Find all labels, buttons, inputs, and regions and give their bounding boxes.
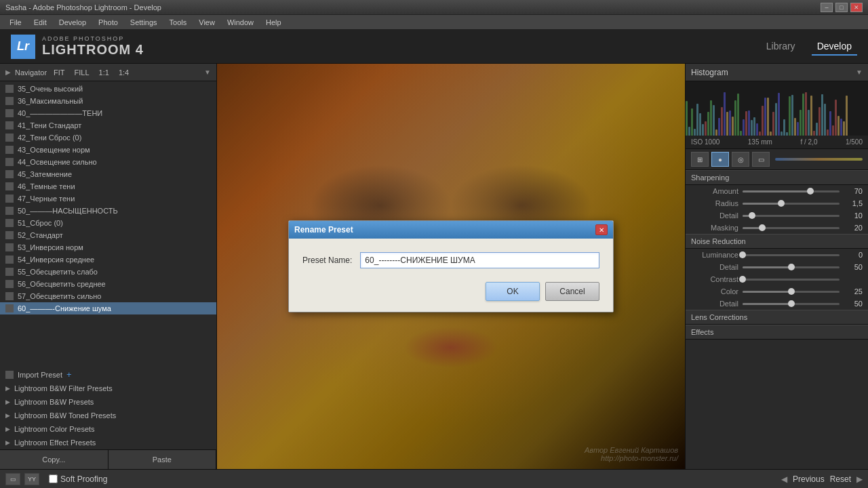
color-detail-track[interactable] (743, 303, 840, 305)
crop-tool[interactable]: ⊞ (691, 152, 709, 167)
preset-item[interactable]: 54_Инверсия среднее (0, 253, 216, 266)
tab-develop[interactable]: Develop (812, 38, 857, 56)
color-detail-thumb[interactable] (788, 300, 795, 307)
preset-icon (5, 146, 14, 154)
contrast-thumb[interactable] (739, 276, 746, 283)
preset-icon (5, 195, 14, 203)
preset-group[interactable]: ▶Lightroom B&W Presets (0, 395, 216, 409)
preset-icon (5, 231, 14, 239)
detail-thumb[interactable] (749, 212, 755, 219)
nr-detail-thumb[interactable] (788, 264, 795, 270)
import-preset-label: Import Preset (18, 371, 62, 379)
preset-item[interactable]: 55_Обесцветить слабо (0, 266, 216, 278)
preset-group[interactable]: ▶Lightroom B&W Toned Presets (0, 409, 216, 422)
preset-icon (5, 207, 14, 215)
cancel-button[interactable]: Cancel (545, 282, 599, 301)
soft-proofing-checkbox[interactable] (49, 474, 58, 483)
preset-label: 55_Обесцветить слабо (18, 268, 98, 276)
menu-item-settings[interactable]: Settings (125, 17, 163, 28)
luminance-row: Luminance 0 (686, 249, 868, 261)
detail-row: Detail 10 (686, 209, 868, 222)
next-arrow[interactable]: ▶ (856, 474, 863, 484)
preset-group[interactable]: ▶Lightroom B&W Filter Presets (0, 382, 216, 395)
minimize-button[interactable]: – (821, 3, 833, 12)
import-preset-plus[interactable]: + (66, 369, 72, 380)
dialog-close-button[interactable]: ✕ (595, 224, 608, 235)
view-compare-button[interactable]: YY (24, 473, 39, 485)
zoom-1to1[interactable]: 1:1 (96, 68, 112, 77)
histogram-dropdown-icon[interactable]: ▼ (856, 68, 863, 76)
preset-item[interactable]: 43_Освещение норм (0, 144, 216, 156)
preset-name-input[interactable] (360, 252, 599, 268)
preset-item[interactable]: 40_———————ТЕНИ (0, 107, 216, 119)
maximize-button[interactable]: □ (835, 3, 848, 12)
preset-item[interactable]: 45_Затемнение (0, 168, 216, 180)
preset-item[interactable]: 52_Стандарт (0, 229, 216, 241)
preset-item[interactable]: 56_Обесцветить среднее (0, 278, 216, 290)
paste-button[interactable]: Paste (108, 450, 217, 469)
masking-thumb[interactable] (759, 224, 766, 231)
tab-library[interactable]: Library (761, 38, 801, 56)
effects-section-header: Effects (686, 325, 868, 340)
preset-item[interactable]: 47_Черные тени (0, 192, 216, 205)
navigator-title: Navigator (15, 68, 47, 77)
preset-item[interactable]: 57_Обесцветить сильно (0, 290, 216, 302)
luminance-track[interactable] (743, 254, 840, 256)
zoom-custom[interactable]: 1:4 (116, 68, 132, 77)
menu-item-tools[interactable]: Tools (164, 17, 193, 28)
previous-arrow[interactable]: ◀ (781, 474, 787, 484)
preset-item[interactable]: 35_Очень высокий (0, 83, 216, 95)
navigator-dropdown-icon[interactable]: ▼ (204, 68, 211, 76)
zoom-fill[interactable]: FILL (72, 68, 92, 77)
preset-item[interactable]: 46_Темные тени (0, 180, 216, 192)
preset-item[interactable]: 60_———-Снижение шума (0, 302, 216, 314)
preset-group[interactable]: ▶Lightroom Effect Presets (0, 436, 216, 449)
preset-item[interactable]: 51_Сброс (0) (0, 217, 216, 229)
histogram-bar (753, 117, 755, 136)
zoom-fit[interactable]: FIT (51, 68, 68, 77)
preset-item[interactable]: 44_Освещение сильно (0, 156, 216, 168)
histogram-area (686, 81, 868, 136)
histogram-bar (729, 110, 731, 136)
nr-detail-track[interactable] (743, 266, 840, 268)
amount-track[interactable] (743, 190, 840, 192)
preset-item[interactable]: 41_Тени Стандарт (0, 119, 216, 131)
view-single-button[interactable]: ▭ (5, 473, 20, 485)
preset-group[interactable]: ▶Lightroom Color Presets (0, 422, 216, 436)
healing-tool[interactable]: ● (711, 152, 729, 167)
radius-track[interactable] (743, 203, 840, 205)
amount-thumb[interactable] (807, 188, 814, 195)
preset-item[interactable]: 50_———НАСЫЩЕННОСТЬ (0, 205, 216, 217)
menu-item-help[interactable]: Help (260, 17, 287, 28)
menu-item-develop[interactable]: Develop (54, 17, 92, 28)
menu-item-edit[interactable]: Edit (28, 17, 52, 28)
histogram-bar (770, 131, 772, 136)
redeye-tool[interactable]: ◎ (732, 152, 749, 167)
copy-button[interactable]: Copy... (0, 450, 108, 469)
color-thumb[interactable] (788, 288, 795, 295)
contrast-track[interactable] (743, 279, 840, 281)
logo-text: ADOBE PHOTOSHOP LIGHTROOM 4 (42, 35, 144, 58)
ok-button[interactable]: OK (486, 282, 540, 301)
close-button[interactable]: ✕ (850, 3, 863, 12)
preset-name-row: Preset Name: (302, 252, 599, 268)
menu-item-view[interactable]: View (193, 17, 220, 28)
preset-item[interactable]: 36_Максимальный (0, 95, 216, 107)
preset-item[interactable]: 53_Инверсия норм (0, 241, 216, 253)
menu-item-window[interactable]: Window (222, 17, 259, 28)
masking-track[interactable] (743, 227, 840, 229)
preset-item[interactable]: 42_Тени Сброс (0) (0, 131, 216, 144)
histogram-bar (802, 94, 804, 136)
histogram-bar (713, 105, 715, 136)
detail-track[interactable] (743, 215, 840, 217)
gradient-tool[interactable]: ▭ (752, 152, 770, 167)
menu-item-photo[interactable]: Photo (93, 17, 123, 28)
histogram-bar (696, 104, 698, 136)
color-track[interactable] (743, 291, 840, 293)
menu-item-file[interactable]: File (4, 17, 27, 28)
luminance-thumb[interactable] (739, 251, 746, 258)
radius-fill (743, 203, 781, 205)
histogram-focal: 135 mm (748, 138, 772, 146)
radius-thumb[interactable] (778, 200, 785, 207)
preset-label: 47_Черные тени (18, 195, 75, 203)
